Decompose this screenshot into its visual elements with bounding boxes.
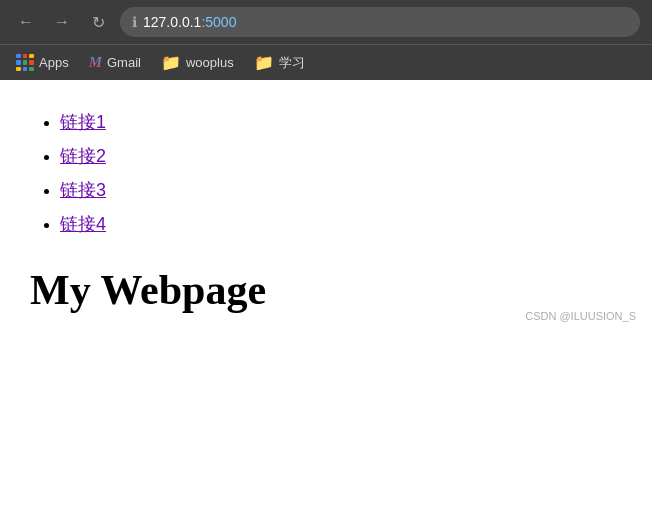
apps-grid-icon bbox=[16, 54, 34, 72]
bookmark-apps[interactable]: Apps bbox=[8, 50, 77, 76]
watermark: CSDN @ILUUSION_S bbox=[525, 310, 636, 322]
link-list: 链接1 链接2 链接3 链接4 bbox=[30, 110, 622, 236]
list-item-1: 链接1 bbox=[60, 110, 622, 134]
link-4[interactable]: 链接4 bbox=[60, 214, 106, 234]
list-item-2: 链接2 bbox=[60, 144, 622, 168]
back-button[interactable]: ← bbox=[12, 8, 40, 36]
forward-icon: → bbox=[54, 13, 70, 31]
wooplus-label: wooplus bbox=[186, 55, 234, 70]
address-bar[interactable]: ℹ 127.0.0.1:5000 bbox=[120, 7, 640, 37]
back-icon: ← bbox=[18, 13, 34, 31]
bookmark-wooplus[interactable]: 📁 wooplus bbox=[153, 49, 242, 76]
link-3[interactable]: 链接3 bbox=[60, 180, 106, 200]
gmail-label: Gmail bbox=[107, 55, 141, 70]
list-item-3: 链接3 bbox=[60, 178, 622, 202]
browser-chrome: ← → ↻ ℹ 127.0.0.1:5000 bbox=[0, 0, 652, 80]
info-icon: ℹ bbox=[132, 14, 137, 30]
link-1[interactable]: 链接1 bbox=[60, 112, 106, 132]
address-host: 127.0.0.1 bbox=[143, 14, 201, 30]
page-heading: My Webpage bbox=[30, 266, 622, 314]
bookmark-gmail[interactable]: M Gmail bbox=[81, 50, 149, 75]
bookmarks-bar: Apps M Gmail 📁 wooplus 📁 学习 bbox=[0, 44, 652, 80]
link-2[interactable]: 链接2 bbox=[60, 146, 106, 166]
apps-label: Apps bbox=[39, 55, 69, 70]
study-label: 学习 bbox=[279, 54, 305, 72]
bookmark-study[interactable]: 📁 学习 bbox=[246, 49, 313, 76]
reload-icon: ↻ bbox=[92, 13, 105, 32]
page-content: 链接1 链接2 链接3 链接4 My Webpage CSDN @ILUUSIO… bbox=[0, 80, 652, 334]
address-text: 127.0.0.1:5000 bbox=[143, 14, 236, 30]
browser-toolbar: ← → ↻ ℹ 127.0.0.1:5000 bbox=[0, 0, 652, 44]
list-item-4: 链接4 bbox=[60, 212, 622, 236]
gmail-icon: M bbox=[89, 54, 102, 71]
study-folder-icon: 📁 bbox=[254, 53, 274, 72]
reload-button[interactable]: ↻ bbox=[84, 8, 112, 36]
forward-button[interactable]: → bbox=[48, 8, 76, 36]
wooplus-folder-icon: 📁 bbox=[161, 53, 181, 72]
address-port: :5000 bbox=[201, 14, 236, 30]
